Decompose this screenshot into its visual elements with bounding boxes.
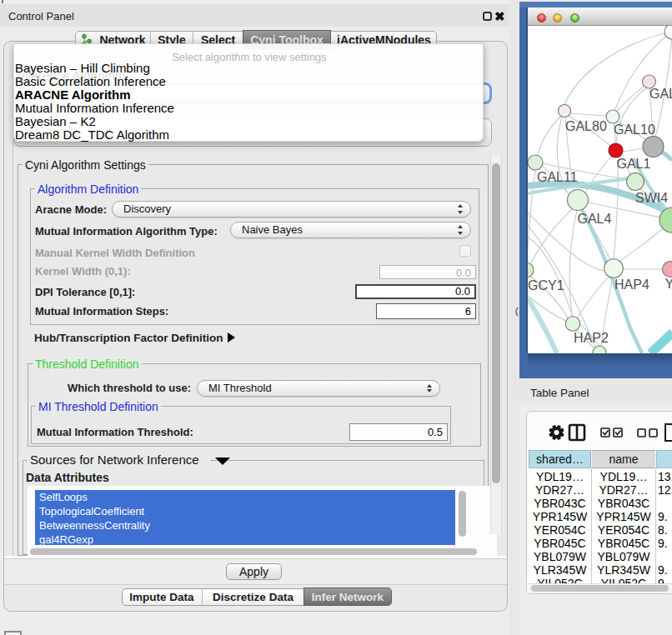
svg-text:GAL10: GAL10 [614, 122, 655, 137]
svg-text:GAL80: GAL80 [565, 119, 607, 133]
svg-text:GAL2: GAL2 [649, 87, 672, 101]
svg-text:Y: Y [665, 277, 672, 291]
svg-text:HAP2: HAP2 [574, 331, 609, 345]
svg-text:SWI4: SWI4 [635, 191, 668, 205]
svg-text:GAL11: GAL11 [537, 170, 578, 184]
svg-text:GCY1: GCY1 [528, 278, 564, 292]
svg-text:HAP4: HAP4 [614, 278, 649, 292]
svg-text:GAL1: GAL1 [617, 157, 651, 171]
svg-text:GAL4: GAL4 [578, 212, 612, 226]
